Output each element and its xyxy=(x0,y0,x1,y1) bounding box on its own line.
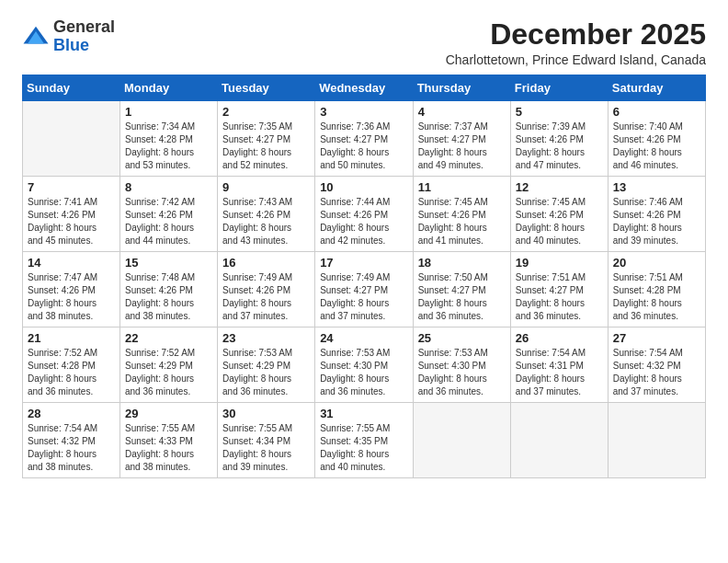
calendar-day-cell: 7Sunrise: 7:41 AM Sunset: 4:26 PM Daylig… xyxy=(23,177,120,252)
calendar-day-cell: 22Sunrise: 7:52 AM Sunset: 4:29 PM Dayli… xyxy=(120,327,218,403)
day-info: Sunrise: 7:35 AM Sunset: 4:27 PM Dayligh… xyxy=(222,121,310,172)
calendar-day-cell: 30Sunrise: 7:55 AM Sunset: 4:34 PM Dayli… xyxy=(218,403,315,478)
day-number: 20 xyxy=(613,256,700,270)
logo-general: General xyxy=(53,18,115,37)
calendar-header-row: SundayMondayTuesdayWednesdayThursdayFrid… xyxy=(23,75,706,101)
calendar-day-cell xyxy=(413,403,510,478)
day-info: Sunrise: 7:55 AM Sunset: 4:33 PM Dayligh… xyxy=(125,422,212,474)
day-info: Sunrise: 7:52 AM Sunset: 4:28 PM Dayligh… xyxy=(28,347,115,398)
calendar-header-cell: Monday xyxy=(120,75,218,101)
day-info: Sunrise: 7:44 AM Sunset: 4:26 PM Dayligh… xyxy=(320,196,407,247)
day-info: Sunrise: 7:45 AM Sunset: 4:26 PM Dayligh… xyxy=(516,196,603,247)
calendar-day-cell xyxy=(23,101,120,177)
day-number: 27 xyxy=(613,331,700,345)
calendar-header-cell: Thursday xyxy=(413,75,510,101)
logo-text: General Blue xyxy=(53,18,115,55)
calendar-table: SundayMondayTuesdayWednesdayThursdayFrid… xyxy=(22,75,706,478)
day-number: 13 xyxy=(613,180,700,194)
day-number: 21 xyxy=(28,331,115,345)
day-info: Sunrise: 7:41 AM Sunset: 4:26 PM Dayligh… xyxy=(28,196,115,247)
day-info: Sunrise: 7:40 AM Sunset: 4:26 PM Dayligh… xyxy=(613,121,700,172)
day-info: Sunrise: 7:51 AM Sunset: 4:27 PM Dayligh… xyxy=(516,271,603,323)
title-block: December 2025 Charlottetown, Prince Edwa… xyxy=(446,18,706,67)
day-info: Sunrise: 7:52 AM Sunset: 4:29 PM Dayligh… xyxy=(125,347,212,398)
calendar-week-row: 14Sunrise: 7:47 AM Sunset: 4:26 PM Dayli… xyxy=(23,252,706,327)
calendar-week-row: 28Sunrise: 7:54 AM Sunset: 4:32 PM Dayli… xyxy=(23,403,706,478)
day-number: 15 xyxy=(125,256,212,270)
calendar-day-cell xyxy=(608,403,705,478)
day-info: Sunrise: 7:53 AM Sunset: 4:30 PM Dayligh… xyxy=(418,347,506,398)
day-number: 31 xyxy=(320,407,407,420)
calendar-header-cell: Sunday xyxy=(23,75,120,101)
calendar-day-cell: 2Sunrise: 7:35 AM Sunset: 4:27 PM Daylig… xyxy=(218,101,315,177)
calendar-day-cell: 1Sunrise: 7:34 AM Sunset: 4:28 PM Daylig… xyxy=(120,101,218,177)
page-header: General Blue December 2025 Charlottetown… xyxy=(22,18,706,67)
calendar-day-cell: 21Sunrise: 7:52 AM Sunset: 4:28 PM Dayli… xyxy=(23,327,120,403)
day-number: 22 xyxy=(125,331,212,345)
calendar-day-cell: 17Sunrise: 7:49 AM Sunset: 4:27 PM Dayli… xyxy=(315,252,413,327)
day-info: Sunrise: 7:36 AM Sunset: 4:27 PM Dayligh… xyxy=(320,121,407,172)
day-info: Sunrise: 7:34 AM Sunset: 4:28 PM Dayligh… xyxy=(125,121,212,172)
calendar-header-cell: Saturday xyxy=(608,75,705,101)
day-number: 2 xyxy=(222,105,310,119)
day-info: Sunrise: 7:50 AM Sunset: 4:27 PM Dayligh… xyxy=(418,271,506,323)
day-info: Sunrise: 7:49 AM Sunset: 4:26 PM Dayligh… xyxy=(222,271,310,323)
calendar-day-cell: 23Sunrise: 7:53 AM Sunset: 4:29 PM Dayli… xyxy=(218,327,315,403)
day-info: Sunrise: 7:53 AM Sunset: 4:29 PM Dayligh… xyxy=(222,347,310,398)
day-number: 12 xyxy=(516,180,603,194)
calendar-header-cell: Friday xyxy=(510,75,608,101)
day-number: 11 xyxy=(418,180,506,194)
calendar-day-cell: 26Sunrise: 7:54 AM Sunset: 4:31 PM Dayli… xyxy=(510,327,608,403)
day-number: 29 xyxy=(125,407,212,420)
day-info: Sunrise: 7:54 AM Sunset: 4:32 PM Dayligh… xyxy=(613,347,700,398)
calendar-day-cell: 24Sunrise: 7:53 AM Sunset: 4:30 PM Dayli… xyxy=(315,327,413,403)
day-number: 14 xyxy=(28,256,115,270)
day-number: 3 xyxy=(320,105,407,119)
day-info: Sunrise: 7:45 AM Sunset: 4:26 PM Dayligh… xyxy=(418,196,506,247)
calendar-week-row: 1Sunrise: 7:34 AM Sunset: 4:28 PM Daylig… xyxy=(23,101,706,177)
calendar-header-cell: Tuesday xyxy=(218,75,315,101)
calendar-day-cell xyxy=(510,403,608,478)
day-number: 28 xyxy=(28,407,115,420)
calendar-day-cell: 28Sunrise: 7:54 AM Sunset: 4:32 PM Dayli… xyxy=(23,403,120,478)
day-info: Sunrise: 7:51 AM Sunset: 4:28 PM Dayligh… xyxy=(613,271,700,323)
calendar-day-cell: 29Sunrise: 7:55 AM Sunset: 4:33 PM Dayli… xyxy=(120,403,218,478)
calendar-day-cell: 16Sunrise: 7:49 AM Sunset: 4:26 PM Dayli… xyxy=(218,252,315,327)
day-info: Sunrise: 7:47 AM Sunset: 4:26 PM Dayligh… xyxy=(28,271,115,323)
day-info: Sunrise: 7:46 AM Sunset: 4:26 PM Dayligh… xyxy=(613,196,700,247)
calendar-day-cell: 12Sunrise: 7:45 AM Sunset: 4:26 PM Dayli… xyxy=(510,177,608,252)
calendar-body: 1Sunrise: 7:34 AM Sunset: 4:28 PM Daylig… xyxy=(23,101,706,478)
calendar-header-cell: Wednesday xyxy=(315,75,413,101)
day-number: 7 xyxy=(28,180,115,194)
calendar-day-cell: 4Sunrise: 7:37 AM Sunset: 4:27 PM Daylig… xyxy=(413,101,510,177)
calendar-day-cell: 13Sunrise: 7:46 AM Sunset: 4:26 PM Dayli… xyxy=(608,177,705,252)
day-number: 19 xyxy=(516,256,603,270)
logo-icon xyxy=(22,23,50,51)
day-info: Sunrise: 7:48 AM Sunset: 4:26 PM Dayligh… xyxy=(125,271,212,323)
calendar-day-cell: 11Sunrise: 7:45 AM Sunset: 4:26 PM Dayli… xyxy=(413,177,510,252)
day-number: 30 xyxy=(222,407,310,420)
calendar-day-cell: 27Sunrise: 7:54 AM Sunset: 4:32 PM Dayli… xyxy=(608,327,705,403)
day-info: Sunrise: 7:43 AM Sunset: 4:26 PM Dayligh… xyxy=(222,196,310,247)
day-info: Sunrise: 7:49 AM Sunset: 4:27 PM Dayligh… xyxy=(320,271,407,323)
month-title: December 2025 xyxy=(446,18,706,51)
day-info: Sunrise: 7:54 AM Sunset: 4:31 PM Dayligh… xyxy=(516,347,603,398)
calendar-day-cell: 3Sunrise: 7:36 AM Sunset: 4:27 PM Daylig… xyxy=(315,101,413,177)
calendar-week-row: 7Sunrise: 7:41 AM Sunset: 4:26 PM Daylig… xyxy=(23,177,706,252)
day-info: Sunrise: 7:42 AM Sunset: 4:26 PM Dayligh… xyxy=(125,196,212,247)
logo-blue: Blue xyxy=(53,37,115,55)
day-info: Sunrise: 7:39 AM Sunset: 4:26 PM Dayligh… xyxy=(516,121,603,172)
calendar-day-cell: 15Sunrise: 7:48 AM Sunset: 4:26 PM Dayli… xyxy=(120,252,218,327)
calendar-day-cell: 8Sunrise: 7:42 AM Sunset: 4:26 PM Daylig… xyxy=(120,177,218,252)
calendar-day-cell: 6Sunrise: 7:40 AM Sunset: 4:26 PM Daylig… xyxy=(608,101,705,177)
day-info: Sunrise: 7:55 AM Sunset: 4:35 PM Dayligh… xyxy=(320,422,407,474)
day-number: 10 xyxy=(320,180,407,194)
day-number: 8 xyxy=(125,180,212,194)
day-number: 25 xyxy=(418,331,506,345)
calendar-day-cell: 5Sunrise: 7:39 AM Sunset: 4:26 PM Daylig… xyxy=(510,101,608,177)
day-info: Sunrise: 7:37 AM Sunset: 4:27 PM Dayligh… xyxy=(418,121,506,172)
day-number: 1 xyxy=(125,105,212,119)
day-number: 26 xyxy=(516,331,603,345)
day-info: Sunrise: 7:54 AM Sunset: 4:32 PM Dayligh… xyxy=(28,422,115,474)
location-subtitle: Charlottetown, Prince Edward Island, Can… xyxy=(446,52,706,67)
